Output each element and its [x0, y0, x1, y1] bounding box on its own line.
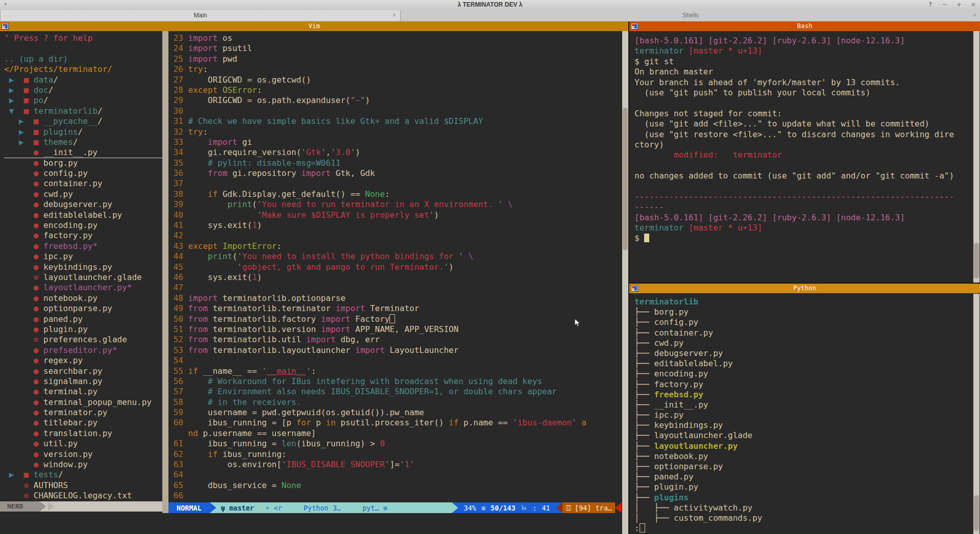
tab-shells[interactable]: Shells × [400, 10, 980, 21]
terminal-row: 44 print('You need to install the python… [168, 251, 586, 262]
token-fg [188, 251, 208, 261]
powerline-arrow-icon [40, 501, 46, 512]
token-fg: / [58, 470, 63, 479]
token-fg: p.username == username] [198, 428, 316, 438]
token-fg: ├── [634, 493, 654, 502]
restore-icon[interactable]: ↑ [927, 1, 934, 8]
scrollbar-thumb[interactable] [974, 495, 979, 531]
python-terminal[interactable]: terminatorlib├── borg.py├── config.py├──… [629, 294, 980, 534]
terminal-row: ● container.py [4, 179, 162, 189]
token-pyico: ● [4, 168, 43, 178]
token-pyico: ● [4, 345, 43, 355]
token-im: import [301, 168, 331, 178]
window-titlebar[interactable]: ▾ λ TERMINATOR DEV λ ↑ − + × [0, 0, 980, 11]
terminal-row: ● paned.py [4, 314, 162, 324]
token-im: import [355, 345, 385, 355]
token-fg: Terminator [365, 303, 419, 313]
maximize-icon[interactable]: + [955, 1, 963, 8]
token-dirico: ■ [24, 106, 29, 116]
vim-pane-titlebar[interactable]: ▾ Vim [0, 21, 628, 31]
token-fg: (use "git restore <file>..." to discard … [634, 130, 954, 139]
tab-main-close-icon[interactable]: × [393, 12, 396, 19]
token-pyico: ● [4, 179, 43, 188]
terminal-row: 52 from terminatorlib.util import dbg, e… [168, 335, 586, 345]
token-teal: terminator [634, 46, 683, 56]
token-fg [217, 241, 223, 251]
terminal-row: ● notebook.py [4, 293, 162, 303]
tab-main[interactable]: Main × [0, 10, 401, 21]
terminal-row: ▶ ■ po/ [4, 95, 162, 106]
terminal-row: 63 os.environ['IBUS_DISABLE_SNOOPER']='1… [168, 460, 586, 470]
token-gladeico: ≡ [4, 272, 43, 282]
vim-split-separator[interactable] [162, 31, 168, 513]
terminal-row: [bash-5.0.161] [git-2.26.2] [ruby-2.6.3]… [634, 213, 954, 223]
terminal-row: 65 dbus_service = None [168, 480, 586, 491]
token-file: terminator.py [43, 408, 107, 417]
vim-scrollbar[interactable] [622, 31, 628, 534]
powerline-arrow-icon [615, 502, 622, 513]
scrollbar-thumb[interactable] [623, 108, 628, 250]
tab-shells-close-icon[interactable]: × [973, 12, 976, 19]
terminal-row: ● regex.py [4, 355, 162, 366]
token-fg [188, 262, 237, 272]
terminal-row: On branch master [634, 67, 954, 77]
token-fg: sys.exit( [188, 272, 252, 282]
close-icon[interactable]: × [970, 1, 977, 8]
bash-scrollbar[interactable] [973, 31, 979, 283]
token-fg: Factory [350, 314, 389, 324]
vim-terminal[interactable]: " Press ? for help.. (up a dir)</Project… [0, 31, 628, 534]
terminal-row: 40 'Make sure $DISPLAY is properly set') [168, 210, 586, 220]
bash-terminal[interactable]: [bash-5.0.161] [git-2.26.2] [ruby-2.6.3]… [629, 31, 980, 283]
vim-pane-title: Vim [0, 22, 628, 30]
token-fg: ├── factory.py [634, 379, 703, 389]
tab-main-label: Main [1, 12, 400, 19]
token-g: 29 [168, 95, 188, 105]
token-pyico: ● [4, 387, 43, 396]
token-fg: gi.require_version( [188, 147, 302, 157]
terminal-row: ├── encoding.py [634, 369, 762, 379]
token-fg: gi [237, 137, 252, 147]
token-fg: : [311, 366, 316, 376]
warning-text: [94] tra… [575, 504, 612, 512]
token-fg: ├── ipc.py [634, 410, 683, 420]
token-pyico: ● [4, 210, 43, 220]
minimize-icon[interactable]: − [941, 1, 948, 8]
token-q: ' [301, 147, 306, 157]
terminal-row: ▶ ■ doc/ [4, 85, 162, 95]
token-q: " [350, 95, 355, 105]
token-g: 33 [168, 137, 188, 147]
terminal-row: ├── notebook.py [634, 451, 762, 462]
editor-buffer[interactable]: 23 import os 24 import psutil 25 import … [168, 33, 586, 501]
token-fg: terminatorlib.util [208, 335, 306, 344]
terminal-row: ● version.py [4, 449, 162, 460]
python-scrollbar[interactable] [973, 294, 979, 534]
token-dirico: ■ [34, 116, 39, 126]
token-fg: ├── borg.py [634, 307, 689, 317]
token-fg: ctory) [634, 140, 664, 149]
bash-pane-titlebar[interactable]: ▾ Bash [629, 21, 980, 31]
terminal-row: .. (up a dir) [4, 54, 162, 64]
token-q: ' [282, 460, 287, 469]
python-pane-titlebar[interactable]: ▾ Python [629, 284, 980, 293]
token-arrow: ▶ [4, 85, 24, 95]
terminal-row: [bash-5.0.161] [git-2.26.2] [ruby-2.6.3]… [634, 36, 954, 46]
token-fg: : [385, 189, 390, 199]
terminal-row: (use "git add <file>..." to update what … [634, 119, 954, 129]
token-g: 64 [168, 470, 188, 479]
token-fg: no changes added to commit (use "git add… [634, 171, 954, 181]
token-fg: username = pwd.getpwuid(os.getuid()).pw_… [188, 408, 424, 417]
token-err: ImportError [223, 241, 277, 251]
terminal-row: │ ├── custom_commands.py [634, 513, 762, 523]
token-g: 62 [168, 449, 188, 459]
pane-divider-horizontal[interactable] [629, 283, 980, 284]
token-q: ' [350, 147, 355, 157]
token-fg: ( [232, 251, 237, 261]
token-cm: # Check we have simple basics like Gtk+ … [188, 116, 483, 126]
token-q: ' [321, 147, 326, 157]
token-dirico: ■ [24, 95, 29, 105]
terminal-row: 66 [168, 491, 586, 501]
token-dirico: ■ [24, 85, 29, 95]
scrollbar-thumb[interactable] [974, 243, 979, 278]
token-kw: except [188, 241, 218, 251]
token-pyico: ● [4, 418, 43, 427]
